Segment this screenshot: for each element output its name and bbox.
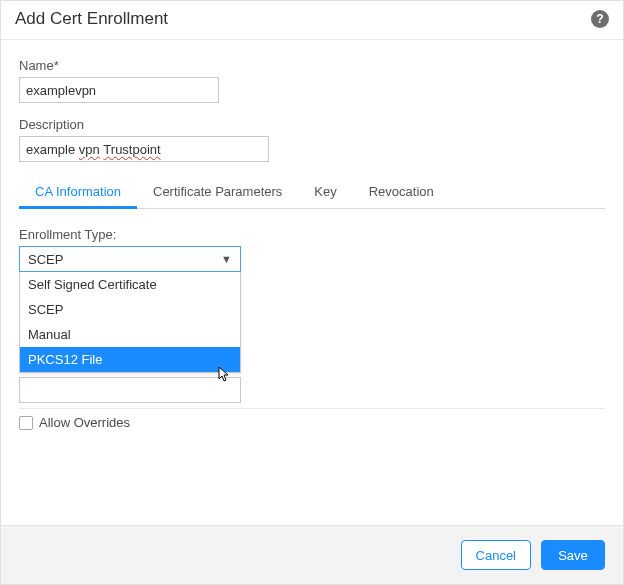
option-pkcs12-file[interactable]: PKCS12 File <box>20 347 240 372</box>
help-icon[interactable]: ? <box>591 10 609 28</box>
modal: Add Cert Enrollment ? Name* Description … <box>0 0 624 585</box>
allow-overrides-label: Allow Overrides <box>39 415 130 430</box>
tab-certificate-parameters[interactable]: Certificate Parameters <box>137 176 298 208</box>
option-scep[interactable]: SCEP <box>20 297 240 322</box>
description-input[interactable]: example vpn Trustpoint <box>19 136 269 162</box>
allow-overrides-row: Allow Overrides <box>19 409 605 434</box>
chevron-down-icon: ▼ <box>221 253 232 265</box>
modal-body: Name* Description example vpn Trustpoint… <box>1 40 623 525</box>
option-manual[interactable]: Manual <box>20 322 240 347</box>
tab-bar: CA Information Certificate Parameters Ke… <box>19 176 605 209</box>
modal-footer: Cancel Save <box>1 525 623 584</box>
modal-title: Add Cert Enrollment <box>15 9 168 29</box>
allow-overrides-checkbox[interactable] <box>19 416 33 430</box>
desc-text-err2: Trustpoint <box>103 142 160 157</box>
desc-text-plain: example <box>26 142 79 157</box>
confirm-password-input[interactable] <box>19 377 241 403</box>
enrollment-type-display[interactable]: SCEP ▼ <box>19 246 241 272</box>
name-input[interactable] <box>19 77 219 103</box>
description-label: Description <box>19 117 605 132</box>
desc-text-err1: vpn <box>79 142 100 157</box>
enrollment-type-select[interactable]: SCEP ▼ Self Signed Certificate SCEP Manu… <box>19 246 241 272</box>
enrollment-type-dropdown: Self Signed Certificate SCEP Manual PKCS… <box>19 272 241 373</box>
name-label: Name* <box>19 58 605 73</box>
cancel-button[interactable]: Cancel <box>461 540 531 570</box>
enrollment-type-label: Enrollment Type: <box>19 227 595 242</box>
enrollment-type-value: SCEP <box>28 252 63 267</box>
save-button[interactable]: Save <box>541 540 605 570</box>
tab-ca-information[interactable]: CA Information <box>19 176 137 208</box>
tab-key[interactable]: Key <box>298 176 352 208</box>
modal-header: Add Cert Enrollment ? <box>1 1 623 40</box>
option-self-signed[interactable]: Self Signed Certificate <box>20 272 240 297</box>
tab-revocation[interactable]: Revocation <box>353 176 450 208</box>
ca-info-panel[interactable]: Enrollment Type: SCEP ▼ Self Signed Cert… <box>19 209 605 409</box>
